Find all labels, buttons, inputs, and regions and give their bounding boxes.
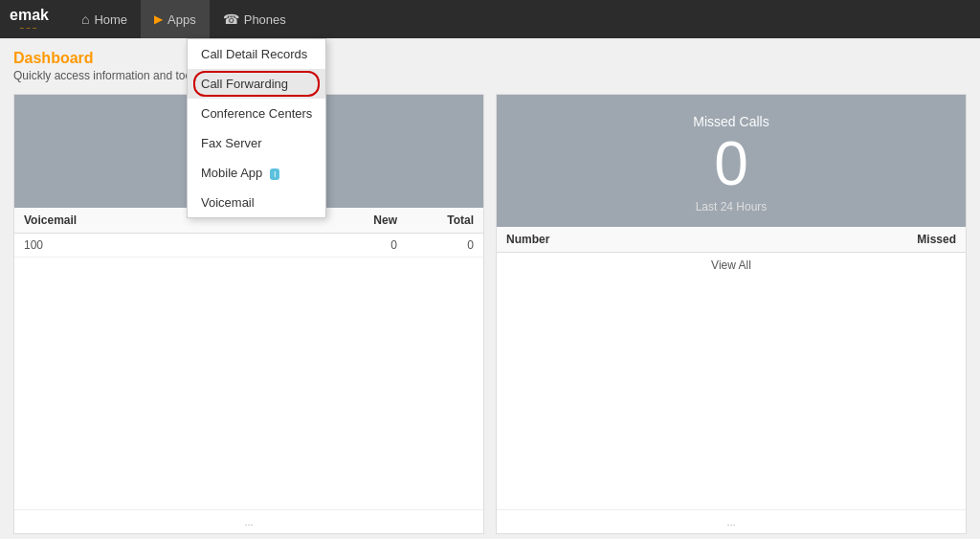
number-col-header: Number	[506, 233, 880, 246]
dropdown-item-conference[interactable]: Conference Centers	[188, 99, 325, 128]
brand-logo: emak ~~~	[10, 7, 49, 33]
phone-icon: ☎	[223, 11, 239, 27]
new-col-header: New	[321, 213, 397, 227]
nav-apps[interactable]: ▶ Apps	[141, 0, 210, 38]
navbar: emak ~~~ ⌂ Home ▶ Apps ☎ Phones Call Det…	[0, 0, 980, 38]
dropdown-item-cdr[interactable]: Call Detail Records	[188, 39, 325, 69]
nav-home[interactable]: ⌂ Home	[68, 0, 141, 38]
home-icon: ⌂	[81, 11, 89, 27]
voicemail-row: 100 0 0	[14, 234, 483, 258]
dropdown-fax-label: Fax Server	[201, 136, 262, 150]
dropdown-item-fax[interactable]: Fax Server	[188, 128, 325, 158]
brand-name: emak	[10, 7, 49, 23]
voicemail-row-total: 0	[397, 238, 474, 252]
mobile-app-badge: I	[270, 168, 280, 180]
dropdown-voicemail-label: Voicemail	[201, 195, 255, 210]
missed-calls-table: Number Missed View All	[497, 227, 966, 509]
page-title: Dashboard	[13, 50, 967, 67]
voicemail-row-new: 0	[321, 238, 397, 252]
total-col-header: Total	[397, 213, 474, 227]
dropdown-mobile-label: Mobile App	[201, 166, 262, 180]
voicemail-panel-footer: ...	[14, 509, 483, 533]
missed-calls-panel: Missed Calls 0 Last 24 Hours Number Miss…	[496, 94, 967, 534]
nav-items: ⌂ Home ▶ Apps ☎ Phones	[68, 0, 300, 38]
dropdown-item-mobile[interactable]: Mobile App I	[188, 158, 325, 188]
view-all-row: View All	[497, 253, 966, 278]
dropdown-cdr-label: Call Detail Records	[201, 47, 307, 61]
dropdown-conference-label: Conference Centers	[201, 106, 312, 121]
dropdown-item-call-forwarding[interactable]: Call Forwarding	[188, 69, 325, 99]
dropdown-item-voicemail[interactable]: Voicemail	[188, 188, 325, 217]
nav-apps-label: Apps	[167, 12, 196, 27]
missed-col-header: Missed	[880, 233, 956, 246]
apps-dropdown: Call Detail Records Call Forwarding Conf…	[187, 38, 326, 218]
nav-phones-label: Phones	[244, 12, 286, 27]
voicemail-row-name: 100	[24, 238, 321, 252]
nav-phones[interactable]: ☎ Phones	[210, 0, 300, 38]
missed-calls-table-header: Number Missed	[497, 227, 966, 253]
dashboard-panels: 0 New Messages Voicemail New Total 100 0…	[13, 94, 967, 534]
missed-calls-stat: Missed Calls 0 Last 24 Hours	[497, 95, 966, 227]
apps-arrow-icon: ▶	[154, 12, 163, 26]
missed-calls-panel-footer: ...	[497, 509, 966, 533]
main-content: Dashboard Quickly access information and…	[0, 38, 980, 539]
dropdown-call-forwarding-label: Call Forwarding	[201, 77, 288, 91]
missed-calls-stat-label: Last 24 Hours	[696, 200, 768, 213]
view-all-link[interactable]: View All	[711, 258, 751, 272]
missed-calls-title: Missed Calls	[693, 114, 768, 129]
nav-home-label: Home	[94, 12, 127, 27]
voicemail-table: Voicemail New Total 100 0 0	[14, 208, 483, 509]
brand-underline: ~~~	[10, 24, 49, 33]
missed-calls-count: 0	[714, 133, 748, 194]
page-subtitle: Quickly access information and tools rel…	[13, 69, 967, 82]
